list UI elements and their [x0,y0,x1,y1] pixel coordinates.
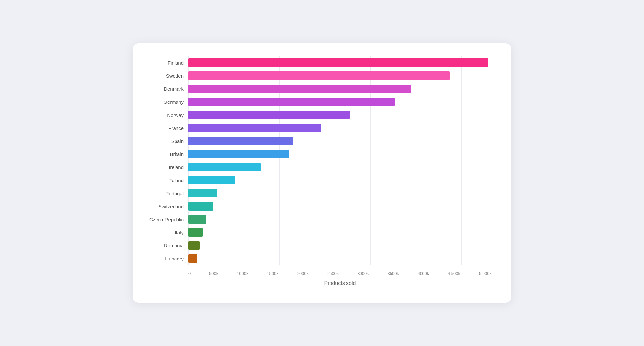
bar-container [188,228,492,237]
x-tick: 3500k [387,271,399,276]
country-label: Britain [146,151,188,157]
x-tick: 500k [209,271,218,276]
bar-container [188,202,492,211]
chart-area: FinlandSwedenDenmarkGermanyNorwayFranceS… [146,56,492,286]
x-tick: 3000k [357,271,369,276]
x-tick: 1000k [237,271,248,276]
x-tick: 5 000k [479,271,492,276]
bar [188,241,200,250]
bar-container [188,241,492,250]
bar-container [188,84,492,93]
chart-row: Britain [146,148,492,160]
bar [188,85,411,93]
chart-row: Hungary [146,252,492,265]
country-label: Germany [146,99,188,105]
country-label: Finland [146,60,188,66]
country-label: Italy [146,230,188,235]
x-tick: 2500k [327,271,339,276]
bar [188,124,321,132]
chart-row: Norway [146,109,492,121]
country-label: France [146,125,188,131]
bar [188,189,217,197]
x-tick: 0 [188,271,191,276]
chart-row: Switzerland [146,200,492,212]
chart-row: Sweden [146,70,492,82]
x-tick: 1500k [267,271,278,276]
country-label: Denmark [146,86,188,92]
chart-row: Denmark [146,83,492,95]
country-label: Czech Republic [146,217,188,222]
country-label: Hungary [146,256,188,261]
bar-container [188,136,492,146]
chart-row: Finland [146,56,492,69]
bar [188,137,293,145]
x-axis: 0500k1000k1500k2000k2500k3000k3500k4000k… [188,269,492,276]
country-label: Norway [146,112,188,118]
bar-container [188,215,492,224]
x-tick: 2000k [297,271,309,276]
bar-container [188,71,492,80]
bar-container [188,97,492,106]
x-tick: 4 500k [448,271,460,276]
x-tick: 4000k [418,271,429,276]
chart-row: Spain [146,135,492,147]
country-label: Portugal [146,191,188,196]
chart-row: Romania [146,239,492,252]
bar-container [188,110,492,119]
chart-row: Ireland [146,161,492,173]
bar [188,71,450,80]
bar [188,176,235,184]
country-label: Romania [146,243,188,248]
bar [188,98,395,106]
x-axis-label: Products sold [188,280,492,286]
country-label: Poland [146,178,188,183]
country-label: Sweden [146,73,188,79]
country-label: Spain [146,138,188,144]
bar [188,228,203,237]
chart-row: Czech Republic [146,213,492,226]
bar [188,215,206,224]
chart-row: Germany [146,96,492,108]
bar-container [188,254,492,263]
chart-row: France [146,122,492,134]
bar [188,202,213,211]
bar-container [188,176,492,185]
bar [188,150,289,158]
bar-container [188,189,492,198]
grid-line [492,56,492,265]
bar [188,254,197,263]
bar [188,58,488,67]
bar [188,111,350,119]
bar-container [188,163,492,172]
bar [188,163,261,171]
country-label: Switzerland [146,204,188,209]
chart-inner: FinlandSwedenDenmarkGermanyNorwayFranceS… [146,56,492,265]
chart-row: Italy [146,226,492,239]
bar-container [188,123,492,133]
chart-rows: FinlandSwedenDenmarkGermanyNorwayFranceS… [146,56,492,265]
chart-row: Portugal [146,187,492,199]
chart-row: Poland [146,174,492,186]
bar-container [188,58,492,67]
country-label: Ireland [146,165,188,170]
bar-container [188,149,492,159]
chart-card: FinlandSwedenDenmarkGermanyNorwayFranceS… [133,43,511,303]
